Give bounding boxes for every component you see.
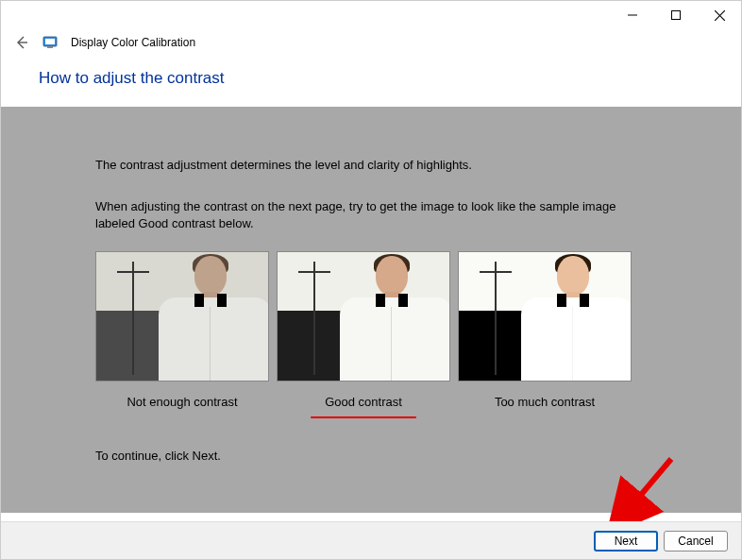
caption-cell-high: Too much contrast [458,391,632,413]
header: Display Color Calibration [1,29,741,65]
caption-high: Too much contrast [495,395,595,409]
highlight-underline [311,416,416,419]
titlebar [1,1,741,29]
minimize-button[interactable] [611,1,654,29]
sample-image-good-contrast [277,251,450,382]
continue-text: To continue, click Next. [95,449,694,463]
cancel-button-label: Cancel [678,535,713,548]
svg-rect-6 [45,39,55,44]
heading-zone: How to adjust the contrast [1,65,741,107]
sample-image-low-contrast [95,251,269,382]
caption-cell-good: Good contrast [277,391,450,413]
intro-text-2: When adjusting the contrast on the next … [95,198,624,232]
app-icon [42,35,58,50]
window-controls [611,1,741,29]
svg-rect-7 [47,46,53,48]
back-icon[interactable] [14,35,29,50]
sample-image-high-contrast [458,251,632,382]
page-heading: How to adjust the contrast [39,69,741,88]
caption-low: Not enough contrast [126,395,237,409]
intro-text-1: The contrast adjustment determines the l… [95,158,694,172]
caption-cell-low: Not enough contrast [95,391,269,413]
next-button[interactable]: Next [594,531,658,552]
sample-not-enough [95,251,269,382]
svg-rect-1 [672,11,681,20]
sample-too-much [458,251,632,382]
maximize-button[interactable] [654,1,698,29]
sample-row [95,251,694,382]
app-title: Display Color Calibration [71,36,195,49]
footer: Next Cancel [1,521,741,559]
close-button[interactable] [698,1,741,29]
caption-row: Not enough contrast Good contrast Too mu… [95,391,694,413]
sample-good [277,251,450,382]
cancel-button[interactable]: Cancel [664,531,728,552]
content-area: The contrast adjustment determines the l… [1,107,741,513]
caption-good: Good contrast [325,395,402,409]
next-button-label: Next [615,535,638,548]
